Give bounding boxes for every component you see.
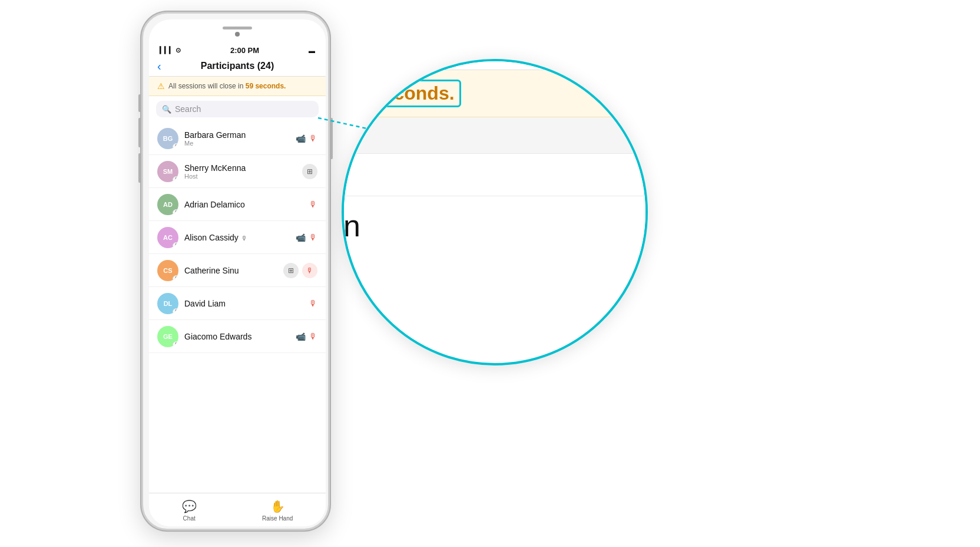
warning-banner: ⚠ All sessions will close in 59 seconds. (149, 77, 326, 96)
image-button[interactable]: ⊞ (283, 263, 299, 278)
avatar-initials: GE (163, 333, 173, 340)
mic-badge: 🎙 (173, 341, 178, 347)
tab-raise-hand[interactable]: ✋ Raise Hand (262, 499, 293, 522)
participant-item[interactable]: DL 🎙 David Liam 🎙 (149, 287, 326, 320)
warning-icon: ⚠ (157, 81, 165, 91)
avatar: DL 🎙 (157, 293, 178, 314)
status-bar: ▎▎▎ ⊙ 2:00 PM ▬ (149, 39, 326, 57)
mic-badge: 🎙 (173, 143, 178, 149)
avatar-initials: DL (164, 300, 173, 307)
signal-icon: ▎▎▎ (160, 47, 174, 54)
nav-header: ‹ Participants (24) (149, 57, 326, 77)
mute-switch (138, 153, 141, 183)
mic-badge: 🎙 (173, 308, 178, 314)
search-icon: 🔍 (162, 105, 171, 114)
avatar: AD 🎙 (157, 194, 178, 215)
participant-info: Barbara German Me (184, 130, 290, 147)
warning-text: All sessions will close in 59 seconds. (168, 82, 286, 90)
participant-name: Adrian Delamico (184, 200, 303, 209)
search-bar-container: 🔍 Search (149, 96, 326, 122)
zoom-circle: ipants (2 will close in 59 seconds. Germ… (342, 59, 648, 365)
back-button[interactable]: ‹ (157, 60, 161, 73)
mic-badge: 🎙 (173, 176, 178, 182)
volume-up-button (138, 94, 141, 112)
signal-icons: ▎▎▎ ⊙ (160, 47, 181, 54)
participant-item[interactable]: GE 🎙 Giacomo Edwards 📹 🎙 (149, 320, 326, 353)
participant-actions: ⊞ (302, 164, 317, 179)
chat-label: Chat (183, 515, 196, 522)
avatar: GE 🎙 (157, 326, 178, 347)
avatar: BG 🎙 (157, 128, 178, 149)
volume-down-button (138, 118, 141, 147)
mute-red-button[interactable]: 🎙 (302, 263, 317, 278)
warning-seconds: 59 seconds. (246, 82, 286, 90)
phone-speaker (223, 27, 252, 29)
nav-title: Participants (24) (201, 61, 274, 71)
participant-item[interactable]: SM 🎙 Sherry McKenna Host ⊞ (149, 155, 326, 188)
video-icon: 📹 (296, 332, 306, 341)
participant-actions: ⊞ 🎙 (283, 263, 317, 278)
zoom-seconds-highlight: 59 seconds. (342, 80, 461, 107)
participants-list: BG 🎙 Barbara German Me 📹 🎙 (149, 122, 326, 520)
status-time: 2:00 PM (181, 46, 309, 55)
zoom-participant-row-1 (342, 154, 648, 196)
avatar: SM 🎙 (157, 161, 178, 182)
avatar-initials: CS (163, 267, 172, 274)
phone-camera (235, 32, 240, 37)
mic-badge: 🎙 (173, 242, 178, 248)
participant-name: Sherry McKenna (184, 163, 296, 173)
muted-icon: 🎙 (309, 233, 317, 242)
muted-icon: 🎙 (309, 200, 317, 209)
participant-item[interactable]: AD 🎙 Adrian Delamico 🎙 (149, 188, 326, 221)
participant-role: Host (184, 173, 296, 180)
zoom-warning-text: will close in 59 seconds. (342, 80, 461, 107)
participant-info: Adrian Delamico (184, 200, 303, 209)
participant-actions: 📹 🎙 (296, 233, 317, 242)
video-icon: 📹 (296, 233, 306, 242)
participant-actions: 🎙 (309, 200, 317, 209)
zoom-title-text: ipants (2 (342, 59, 356, 63)
avatar: CS 🎙 (157, 260, 178, 281)
participant-info: Sherry McKenna Host (184, 163, 296, 180)
battery-icon: ▬ (309, 47, 315, 54)
participant-info: David Liam (184, 299, 303, 308)
mic-badge: 🎙 (173, 209, 178, 215)
phone-mockup: ▎▎▎ ⊙ 2:00 PM ▬ ‹ Participants (24) ⚠ Al… (141, 12, 330, 530)
participant-name: David Liam (184, 299, 303, 308)
muted-icon: 🎙 (309, 299, 317, 308)
zoom-title-bar: ipants (2 (342, 59, 648, 70)
video-icon: 📹 (296, 134, 306, 143)
participant-info: Giacomo Edwards (184, 332, 290, 341)
phone-frame: ▎▎▎ ⊙ 2:00 PM ▬ ‹ Participants (24) ⚠ Al… (141, 12, 330, 530)
phone-screen: ▎▎▎ ⊙ 2:00 PM ▬ ‹ Participants (24) ⚠ Al… (149, 19, 326, 526)
participant-name: Giacomo Edwards (184, 332, 290, 341)
search-bar[interactable]: 🔍 Search (156, 101, 319, 117)
raise-hand-label: Raise Hand (262, 515, 293, 522)
participant-name: Barbara German (184, 130, 290, 140)
participant-info: Alison Cassidy 🎙 (184, 233, 290, 242)
mic-badge: 🎙 (173, 275, 178, 281)
participant-actions: 🎙 (309, 299, 317, 308)
participant-item[interactable]: CS 🎙 Catherine Sinu ⊞ 🎙 (149, 254, 326, 287)
zoom-warning-row: will close in 59 seconds. (342, 70, 648, 117)
wifi-icon: ⊙ (176, 47, 181, 54)
zoom-name-text: German (342, 209, 360, 243)
participant-name: Alison Cassidy 🎙 (184, 233, 290, 242)
tab-bar: 💬 Chat ✋ Raise Hand (149, 493, 326, 526)
avatar-initials: SM (163, 168, 173, 175)
avatar: AC 🎙 (157, 227, 178, 248)
participant-item[interactable]: BG 🎙 Barbara German Me 📹 🎙 (149, 122, 326, 155)
muted-icon: 🎙 (309, 332, 317, 341)
avatar-initials: BG (163, 135, 173, 142)
participant-role: Me (184, 140, 290, 147)
chat-icon: 💬 (182, 499, 197, 513)
participant-item[interactable]: AC 🎙 Alison Cassidy 🎙 📹 🎙 (149, 221, 326, 254)
avatar-initials: AC (163, 234, 173, 241)
zoom-gray-row (342, 117, 648, 154)
zoom-content: ipants (2 will close in 59 seconds. Germ… (342, 59, 648, 255)
avatar-initials: AD (163, 201, 173, 208)
participant-info: Catherine Sinu (184, 266, 277, 275)
search-placeholder: Search (175, 104, 201, 114)
image-button[interactable]: ⊞ (302, 164, 317, 179)
tab-chat[interactable]: 💬 Chat (182, 499, 197, 522)
